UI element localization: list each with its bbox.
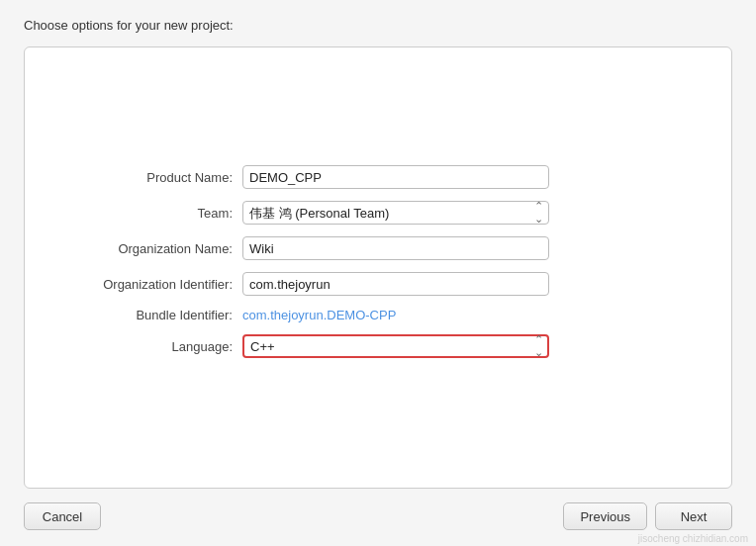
org-identifier-row: Organization Identifier: (45, 272, 672, 296)
cancel-button[interactable]: Cancel (24, 502, 101, 530)
product-name-label: Product Name: (45, 170, 242, 185)
watermark: jisocheng chizhidian.com (638, 533, 748, 544)
next-button[interactable]: Next (655, 502, 732, 530)
dialog-footer: Cancel Previous Next (24, 489, 732, 530)
dialog-title: Choose options for your new project: (24, 18, 732, 33)
product-name-control (242, 165, 549, 189)
previous-button[interactable]: Previous (563, 502, 647, 530)
org-identifier-input[interactable] (242, 272, 549, 296)
org-identifier-label: Organization Identifier: (45, 277, 242, 292)
org-name-control (242, 236, 549, 260)
bundle-id-row: Bundle Identifier: com.thejoyrun.DEMO-CP… (45, 308, 672, 322)
org-name-row: Organization Name: (45, 236, 672, 260)
product-name-input[interactable] (242, 165, 549, 189)
bundle-id-value: com.thejoyrun.DEMO-CPP (242, 308, 396, 322)
org-identifier-control (242, 272, 549, 296)
footer-right: Previous Next (563, 502, 732, 530)
language-row: Language: C++ Objective-C Swift ⌃⌄ (45, 334, 672, 358)
language-label: Language: (45, 339, 242, 354)
language-select[interactable]: C++ Objective-C Swift (242, 334, 549, 358)
dialog: Choose options for your new project: Pro… (0, 0, 756, 546)
team-label: Team: (45, 206, 242, 221)
form-area: Product Name: Team: 伟基 鸿 (Personal Team)… (24, 46, 732, 489)
team-select-wrapper: 伟基 鸿 (Personal Team) ⌃⌄ (242, 201, 549, 225)
language-select-wrapper: C++ Objective-C Swift ⌃⌄ (242, 334, 549, 358)
form-inner: Product Name: Team: 伟基 鸿 (Personal Team)… (25, 136, 731, 400)
bundle-id-control: com.thejoyrun.DEMO-CPP (242, 308, 549, 322)
bundle-id-label: Bundle Identifier: (45, 308, 242, 322)
org-name-label: Organization Name: (45, 241, 242, 256)
product-name-row: Product Name: (45, 165, 672, 189)
team-row: Team: 伟基 鸿 (Personal Team) ⌃⌄ (45, 201, 672, 225)
team-select[interactable]: 伟基 鸿 (Personal Team) (242, 201, 549, 225)
org-name-input[interactable] (242, 236, 549, 260)
